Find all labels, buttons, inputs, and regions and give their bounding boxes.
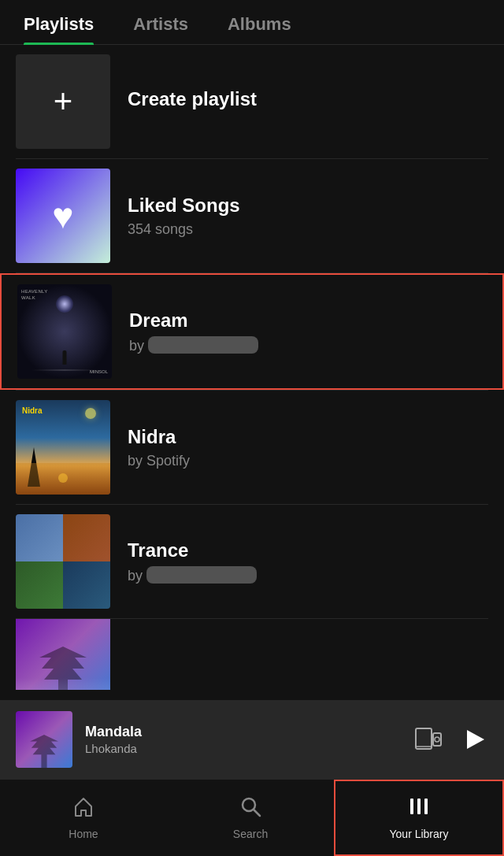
create-playlist-thumb: + [16,54,110,149]
trance-cell-4 [63,561,110,609]
item-title: Trance [128,539,488,561]
nidra-moon [85,408,96,419]
mandala-fog [16,678,110,690]
nidra-circle [58,473,68,483]
now-playing-bar: Mandala Lhokanda [0,700,504,779]
tabs-bar: Playlists Artists Albums [0,0,504,45]
list-item[interactable]: HEAVENLYWALK MINSOL Dream by [0,273,504,390]
home-icon [72,795,94,823]
list-item[interactable]: Nidra Nidra by Spotify [0,391,504,504]
item-info: Trance by [128,539,488,584]
item-title: Create playlist [128,88,488,110]
now-playing-controls [414,725,488,754]
device-svg [414,725,443,754]
nav-item-home[interactable]: Home [0,780,167,856]
tab-playlists[interactable]: Playlists [24,14,94,44]
now-playing-title: Mandala [85,724,414,740]
svg-point-3 [435,737,439,742]
blurred-author [146,566,257,584]
blurred-author [148,336,258,354]
moon-glow [56,295,73,313]
search-label: Search [233,828,268,840]
road-line [32,369,98,371]
dream-thumb: HEAVENLYWALK MINSOL [17,284,112,379]
list-item[interactable]: + Create playlist [0,45,504,158]
item-info: Nidra by Spotify [128,426,488,469]
item-subtitle: 354 songs [128,221,488,238]
search-icon [239,795,261,823]
home-svg [72,795,94,817]
trance-thumb [16,514,110,609]
heart-icon: ♥ [52,195,73,237]
plus-icon: + [54,85,73,118]
dream-text-top: HEAVENLYWALK [21,289,48,302]
play-icon [467,730,484,749]
nidra-thumb: Nidra [16,400,110,495]
item-subtitle: by Spotify [128,453,488,469]
nav-item-search[interactable]: Search [167,780,334,856]
liked-songs-thumb: ♥ [16,169,110,263]
svg-line-5 [254,810,260,816]
bottom-nav: Home Search Your Library [0,779,504,856]
search-svg [239,795,261,817]
item-title: Dream [129,309,487,332]
playlist-list: + Create playlist ♥ Liked Songs 354 song… [0,45,504,690]
item-info: Dream by [129,309,487,354]
list-item[interactable] [0,619,504,690]
nav-item-library[interactable]: Your Library [334,780,504,856]
svg-rect-8 [424,799,428,814]
trance-cell-3 [16,561,63,609]
list-item[interactable]: Trance by [0,505,504,618]
device-icon[interactable] [414,725,443,754]
item-info: Create playlist [128,88,488,115]
play-button[interactable] [460,725,488,754]
svg-rect-7 [417,799,421,814]
home-label: Home [69,828,98,840]
item-title: Nidra [128,426,488,448]
list-item[interactable]: ♥ Liked Songs 354 songs [0,159,504,272]
silhouette [63,350,67,365]
np-thumb-tree [30,735,58,768]
library-svg [408,795,430,817]
item-title: Liked Songs [128,195,488,217]
trance-cell-1 [16,514,63,561]
trance-cell-2 [63,514,110,561]
tab-artists[interactable]: Artists [133,14,188,44]
mandala-thumb [16,619,110,690]
nidra-label: Nidra [22,406,43,415]
now-playing-info: Mandala Lhokanda [85,724,414,755]
item-subtitle: by [128,566,488,584]
tab-albums[interactable]: Albums [228,14,291,44]
item-info: Liked Songs 354 songs [128,195,488,238]
library-label: Your Library [390,828,449,840]
item-subtitle: by [129,336,487,354]
library-icon [408,795,430,823]
now-playing-thumb [16,711,72,768]
svg-rect-0 [416,728,432,749]
now-playing-artist: Lhokanda [85,742,414,755]
svg-rect-6 [410,799,413,814]
